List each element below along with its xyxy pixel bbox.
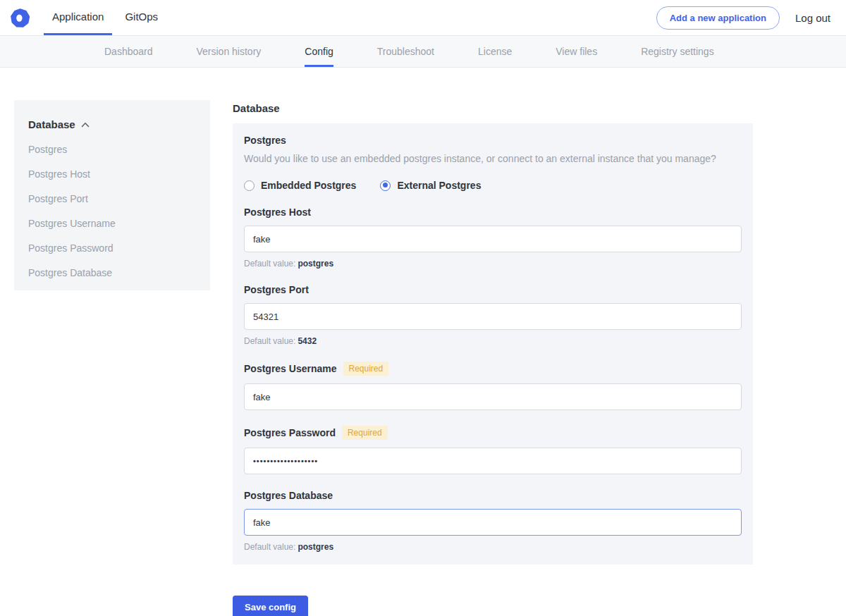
- field-postgres-host: Postgres Host Default value:postgres: [244, 207, 742, 269]
- tab-application[interactable]: Application: [44, 0, 112, 35]
- tab-dashboard[interactable]: Dashboard: [104, 36, 153, 67]
- tab-config[interactable]: Config: [305, 36, 333, 67]
- postgres-host-default: Default value:postgres: [244, 259, 742, 269]
- postgres-host-label: Postgres Host: [244, 207, 742, 218]
- postgres-host-input[interactable]: [244, 226, 742, 252]
- field-postgres-port: Postgres Port Default value:5432: [244, 284, 742, 346]
- postgres-password-label-text: Postgres Password: [244, 427, 336, 438]
- postgres-group-help: Would you like to use an embedded postgr…: [244, 153, 742, 164]
- field-postgres-password: Postgres Password Required: [244, 426, 742, 474]
- radio-external-postgres[interactable]: External Postgres: [380, 180, 481, 191]
- app-logo-icon: [11, 8, 30, 27]
- sidebar-item-postgres-port[interactable]: Postgres Port: [28, 192, 196, 205]
- radio-unchecked-icon: [244, 180, 255, 191]
- app-subnav: Dashboard Version history Config Trouble…: [0, 35, 846, 68]
- config-sidebar: Database Postgres Postgres Host Postgres…: [14, 100, 210, 290]
- sidebar-item-postgres-database[interactable]: Postgres Database: [28, 266, 196, 279]
- tab-version-history[interactable]: Version history: [197, 36, 262, 67]
- postgres-username-label-text: Postgres Username: [244, 363, 337, 374]
- add-application-button[interactable]: Add a new application: [656, 6, 780, 30]
- required-badge: Required: [342, 426, 388, 440]
- postgres-database-label: Postgres Database: [244, 490, 742, 501]
- postgres-radio-group: Postgres Would you like to use an embedd…: [244, 135, 742, 191]
- field-postgres-username: Postgres Username Required: [244, 362, 742, 410]
- tab-gitops[interactable]: GitOps: [116, 0, 166, 35]
- radio-embedded-postgres[interactable]: Embedded Postgres: [244, 180, 356, 191]
- default-value: postgres: [298, 259, 333, 269]
- config-page: Database Postgres Postgres Host Postgres…: [0, 68, 846, 616]
- tab-view-files[interactable]: View files: [556, 36, 597, 67]
- sidebar-item-postgres-host[interactable]: Postgres Host: [28, 168, 196, 180]
- postgres-password-label: Postgres Password Required: [244, 426, 742, 440]
- tab-registry-settings[interactable]: Registry settings: [641, 36, 713, 67]
- section-title: Database: [233, 102, 753, 114]
- radio-checked-icon: [380, 180, 391, 191]
- sidebar-group-database[interactable]: Database: [28, 118, 196, 130]
- app-logo[interactable]: [6, 0, 34, 35]
- chevron-up-icon: [81, 122, 90, 128]
- default-prefix: Default value:: [244, 336, 295, 346]
- postgres-database-input[interactable]: [244, 509, 742, 536]
- logout-link[interactable]: Log out: [795, 12, 830, 24]
- default-value: postgres: [298, 542, 333, 552]
- radio-embedded-label: Embedded Postgres: [261, 180, 356, 191]
- tab-license[interactable]: License: [478, 36, 512, 67]
- default-value: 5432: [298, 336, 317, 346]
- postgres-group-label: Postgres: [244, 135, 742, 146]
- save-config-button[interactable]: Save config: [233, 596, 308, 616]
- postgres-password-input[interactable]: [244, 448, 742, 474]
- sidebar-group-label: Database: [28, 118, 75, 130]
- default-prefix: Default value:: [244, 259, 295, 269]
- sidebar-item-postgres-username[interactable]: Postgres Username: [28, 217, 196, 230]
- default-prefix: Default value:: [244, 542, 295, 552]
- postgres-port-label: Postgres Port: [244, 284, 742, 295]
- header-actions: Add a new application Log out: [656, 0, 846, 35]
- postgres-port-default: Default value:5432: [244, 336, 742, 346]
- config-group-card: Postgres Would you like to use an embedd…: [233, 123, 753, 565]
- sidebar-item-postgres-password[interactable]: Postgres Password: [28, 242, 196, 254]
- tab-troubleshoot[interactable]: Troubleshoot: [377, 36, 434, 67]
- postgres-port-input[interactable]: [244, 303, 742, 330]
- postgres-username-input[interactable]: [244, 383, 742, 410]
- postgres-username-label: Postgres Username Required: [244, 362, 742, 376]
- radio-external-label: External Postgres: [397, 180, 481, 191]
- sidebar-item-postgres[interactable]: Postgres: [28, 143, 196, 156]
- required-badge: Required: [343, 362, 389, 376]
- header-tabs: Application GitOps: [44, 0, 171, 35]
- postgres-options: Embedded Postgres External Postgres: [244, 180, 742, 191]
- config-main: Database Postgres Would you like to use …: [233, 100, 753, 616]
- field-postgres-database: Postgres Database Default value:postgres: [244, 490, 742, 552]
- app-header: Application GitOps Add a new application…: [0, 0, 846, 35]
- postgres-database-default: Default value:postgres: [244, 542, 742, 552]
